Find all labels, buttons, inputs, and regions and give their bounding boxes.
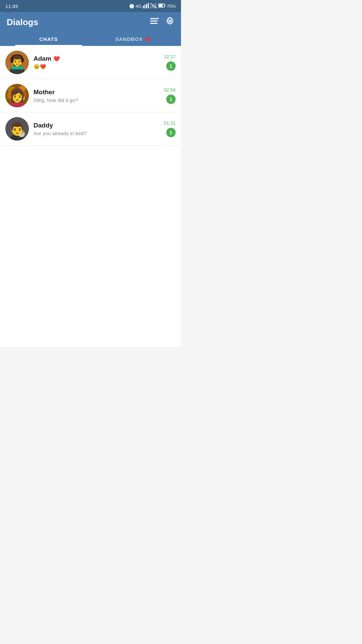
status-time: 11:49 bbox=[5, 3, 18, 9]
tab-sandbox[interactable]: SANDBOX bbox=[90, 32, 174, 46]
svg-point-39 bbox=[11, 90, 14, 97]
svg-point-20 bbox=[10, 66, 24, 74]
chat-preview-adam: 😉❤️ bbox=[34, 64, 161, 70]
chat-content-adam: Adam ❤️ 😉❤️ bbox=[34, 55, 161, 70]
chat-name-row-mother: Mother bbox=[34, 89, 161, 96]
svg-point-54 bbox=[17, 128, 18, 129]
svg-rect-14 bbox=[150, 23, 158, 24]
svg-point-37 bbox=[12, 90, 22, 100]
avatar-adam bbox=[5, 51, 29, 74]
svg-point-22 bbox=[12, 56, 22, 67]
svg-point-26 bbox=[13, 62, 21, 67]
svg-point-46 bbox=[10, 134, 24, 141]
chat-item-adam[interactable]: Adam ❤️ 😉❤️ 12:17 1 bbox=[0, 46, 181, 79]
chat-name-mother: Mother bbox=[34, 89, 55, 96]
chat-meta-daddy: 01:31 1 bbox=[164, 120, 176, 137]
header-top: Dialogs bbox=[7, 17, 174, 32]
tabs-bar: CHATS SANDBOX bbox=[7, 32, 174, 46]
svg-point-48 bbox=[12, 123, 22, 133]
svg-point-24 bbox=[10, 57, 14, 63]
svg-rect-0 bbox=[143, 6, 144, 8]
svg-point-32 bbox=[19, 86, 25, 92]
svg-point-42 bbox=[18, 94, 20, 95]
svg-point-29 bbox=[16, 62, 18, 63]
svg-rect-11 bbox=[159, 4, 163, 7]
svg-point-35 bbox=[10, 101, 24, 107]
svg-point-21 bbox=[14, 65, 20, 69]
svg-rect-2 bbox=[146, 4, 147, 8]
chat-item-daddy[interactable]: Daddy Are you already in bed? 01:31 1 bbox=[0, 112, 181, 146]
battery-icon bbox=[158, 3, 166, 9]
svg-point-27 bbox=[14, 60, 16, 62]
page-title: Dialogs bbox=[7, 17, 38, 28]
svg-point-50 bbox=[11, 124, 14, 129]
app-header: Dialogs CHATS bbox=[0, 12, 181, 46]
chat-name-row-daddy: Daddy bbox=[34, 122, 161, 129]
chat-name-adam: Adam bbox=[34, 55, 51, 62]
svg-point-31 bbox=[8, 87, 16, 95]
svg-rect-13 bbox=[150, 20, 158, 21]
svg-rect-3 bbox=[148, 3, 149, 8]
svg-rect-4 bbox=[150, 6, 151, 8]
svg-point-44 bbox=[20, 95, 24, 98]
status-icons: 🕐 4G bbox=[129, 3, 176, 9]
chat-time-adam: 12:17 bbox=[164, 54, 176, 59]
chat-item-mother[interactable]: Mother Oleg, how did it go? 02:54 1 bbox=[0, 79, 181, 112]
svg-rect-12 bbox=[150, 18, 158, 19]
settings-icon[interactable] bbox=[166, 17, 174, 28]
unread-badge-mother: 1 bbox=[166, 95, 176, 104]
svg-rect-1 bbox=[144, 5, 145, 8]
chat-preview-daddy: Are you already in bed? bbox=[34, 130, 161, 136]
svg-point-34 bbox=[7, 92, 14, 99]
svg-point-53 bbox=[18, 126, 20, 128]
chat-name-emoji-adam: ❤️ bbox=[53, 56, 60, 62]
svg-point-41 bbox=[14, 94, 16, 95]
chat-time-mother: 02:54 bbox=[164, 87, 176, 93]
svg-point-49 bbox=[12, 121, 22, 126]
svg-point-40 bbox=[20, 90, 23, 97]
unread-badge-daddy: 1 bbox=[166, 128, 176, 137]
svg-point-43 bbox=[19, 95, 25, 101]
chat-content-daddy: Daddy Are you already in bed? bbox=[34, 122, 161, 136]
status-bar: 11:49 🕐 4G bbox=[0, 0, 181, 12]
tab-chats[interactable]: CHATS bbox=[7, 32, 90, 46]
signal-x-icon bbox=[150, 3, 157, 9]
unread-badge-adam: 1 bbox=[166, 61, 176, 71]
svg-point-51 bbox=[20, 124, 23, 129]
svg-point-55 bbox=[18, 130, 25, 137]
signal-icon bbox=[143, 3, 149, 9]
chat-meta-mother: 02:54 1 bbox=[164, 87, 176, 104]
sandbox-notification-dot bbox=[145, 37, 149, 41]
chat-list: Adam ❤️ 😉❤️ 12:17 1 bbox=[0, 46, 181, 146]
chat-name-row-adam: Adam ❤️ bbox=[34, 55, 161, 62]
clock-icon: 🕐 bbox=[129, 4, 134, 9]
svg-point-23 bbox=[12, 54, 22, 60]
svg-point-38 bbox=[12, 88, 22, 94]
chat-meta-adam: 12:17 1 bbox=[164, 54, 176, 71]
empty-area bbox=[0, 146, 181, 347]
svg-point-47 bbox=[14, 132, 20, 135]
svg-point-28 bbox=[19, 60, 20, 62]
battery-percent: 75% bbox=[167, 4, 176, 9]
avatar-mother bbox=[5, 84, 29, 107]
chat-name-daddy: Daddy bbox=[34, 122, 53, 129]
svg-point-52 bbox=[14, 126, 16, 128]
chat-time-daddy: 01:31 bbox=[164, 120, 176, 126]
svg-point-56 bbox=[19, 130, 24, 133]
chat-content-mother: Mother Oleg, how did it go? bbox=[34, 89, 161, 103]
svg-point-18 bbox=[169, 20, 171, 22]
network-label: 4G bbox=[136, 4, 141, 9]
svg-point-25 bbox=[20, 57, 24, 63]
avatar-daddy bbox=[5, 117, 29, 141]
header-actions bbox=[150, 17, 174, 28]
chat-preview-mother: Oleg, how did it go? bbox=[34, 97, 161, 103]
svg-rect-10 bbox=[165, 5, 165, 6]
compose-icon[interactable] bbox=[150, 17, 159, 27]
svg-point-33 bbox=[21, 91, 27, 97]
svg-point-36 bbox=[15, 99, 19, 102]
